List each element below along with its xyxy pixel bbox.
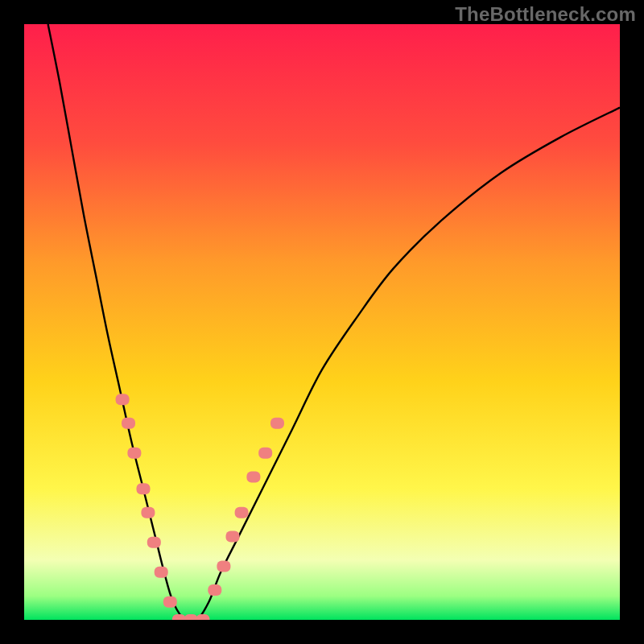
marker-point — [270, 418, 284, 429]
marker-point — [258, 448, 272, 459]
marker-point — [217, 560, 230, 572]
marker-point — [235, 507, 249, 518]
gradient-background — [24, 24, 620, 620]
marker-point — [127, 448, 141, 459]
marker-point — [147, 537, 161, 548]
marker-point — [226, 530, 240, 542]
marker-point — [163, 597, 177, 608]
marker-point — [141, 507, 155, 518]
marker-point — [208, 584, 221, 596]
marker-point — [155, 567, 168, 578]
marker-point — [137, 483, 151, 494]
chart-frame: TheBottleneck.com — [0, 0, 644, 644]
chart-svg — [24, 24, 620, 620]
watermark-text: TheBottleneck.com — [455, 3, 636, 26]
marker-point — [116, 394, 130, 405]
marker-point — [246, 471, 260, 482]
plot-area — [24, 24, 620, 620]
marker-point — [122, 418, 135, 429]
